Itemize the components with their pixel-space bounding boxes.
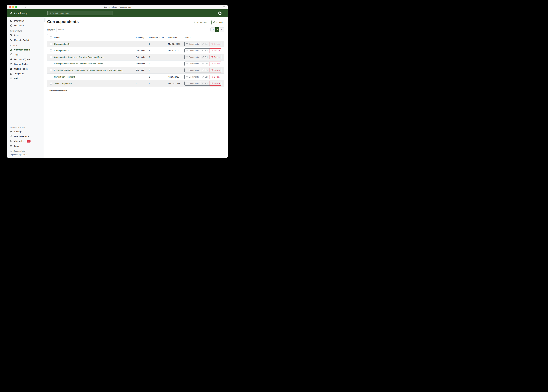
- search-icon: [49, 12, 51, 14]
- sidebar-item-label: Settings: [14, 130, 22, 133]
- brand[interactable]: Paperless-ngx: [10, 12, 29, 15]
- row-checkbox[interactable]: [50, 76, 52, 78]
- sidebar-item-correspondents[interactable]: Correspondents: [7, 47, 44, 52]
- edit-button[interactable]: Edit: [200, 55, 210, 59]
- search-input[interactable]: [52, 12, 111, 14]
- trash-icon: [211, 82, 213, 85]
- row-checkbox[interactable]: [50, 56, 52, 58]
- edit-button[interactable]: Edit: [200, 49, 210, 53]
- sidebar-item-templates[interactable]: Templates: [7, 71, 44, 76]
- tag-icon: [10, 53, 12, 56]
- sidebar-item-custom-fields[interactable]: Custom Fields: [7, 66, 44, 71]
- pencil-icon: [202, 76, 204, 78]
- row-checkbox[interactable]: [50, 82, 52, 84]
- filter-lines-icon: [186, 76, 188, 78]
- back-icon[interactable]: [20, 6, 22, 8]
- sidebar-item-label: Logs: [14, 145, 19, 147]
- sidebar-item-tags[interactable]: Tags: [7, 52, 44, 57]
- sidebar-collapse-button[interactable]: «: [44, 18, 45, 22]
- sidebar-item-storage-paths[interactable]: Storage Paths: [7, 62, 44, 66]
- documents-button[interactable]: Documents: [184, 55, 200, 59]
- sidebar-item-logs[interactable]: Logs: [7, 144, 44, 148]
- select-all-checkbox[interactable]: [50, 36, 52, 39]
- hash-icon: [10, 58, 12, 61]
- delete-button[interactable]: Delete: [209, 81, 221, 86]
- home-icon: [10, 20, 12, 22]
- permissions-button[interactable]: Permissions: [192, 20, 209, 25]
- row-checkbox[interactable]: [50, 49, 52, 52]
- documentation-link[interactable]: Documentation: [7, 148, 44, 153]
- row-checkbox[interactable]: [50, 63, 52, 65]
- filter-lines-icon: [186, 69, 188, 71]
- total-count: 7 total correspondents: [47, 90, 224, 92]
- sidebar-item-inbox[interactable]: Inbox: [7, 33, 44, 38]
- custom-fields-icon: [10, 68, 12, 70]
- correspondent-link[interactable]: Correspondent Created on List with Owner…: [54, 63, 103, 65]
- delete-button[interactable]: Delete: [209, 75, 221, 79]
- documents-button[interactable]: Documents: [184, 75, 200, 79]
- document-count-cell: 3: [149, 76, 168, 78]
- sidebar-item-label: Tags: [14, 53, 19, 56]
- matching-cell: -: [136, 82, 149, 84]
- correspondent-link[interactable]: Correspondent 9: [54, 49, 69, 52]
- create-button[interactable]: Create: [211, 20, 224, 25]
- pagination-last-button[interactable]: »: [219, 27, 224, 32]
- sidebar-item-label: Correspondents: [14, 49, 30, 51]
- row-checkbox[interactable]: [50, 69, 52, 71]
- edit-button[interactable]: Edit: [200, 62, 210, 66]
- documents-button[interactable]: Documents: [184, 81, 200, 86]
- table-row: Extremely Ridiculously Long Title for a …: [47, 67, 224, 73]
- correspondent-link[interactable]: Correspondent 14: [54, 43, 70, 45]
- edit-button[interactable]: Edit: [200, 81, 210, 86]
- matching-cell: -: [136, 76, 149, 78]
- sidebar-item-documents[interactable]: Documents: [7, 23, 44, 28]
- section-label-manage: MANAGE: [7, 42, 44, 47]
- pagination-first-button[interactable]: «: [210, 27, 215, 32]
- close-button[interactable]: [9, 6, 11, 8]
- sidebar-item-label: Users & Groups: [14, 135, 29, 138]
- documents-button[interactable]: Documents: [184, 49, 200, 53]
- edit-button[interactable]: Edit: [200, 75, 210, 79]
- sidebar-item-document-types[interactable]: Document Types: [7, 57, 44, 62]
- file-text-icon: [10, 72, 12, 75]
- filter-lines-icon: [186, 49, 188, 52]
- sidebar-item-settings[interactable]: Settings: [7, 129, 44, 134]
- plus-circle-icon: [213, 21, 215, 24]
- correspondent-link[interactable]: Test Correspondent 1: [54, 82, 73, 84]
- correspondent-link[interactable]: Newest Correspondent: [54, 76, 75, 78]
- sidebar-item-mail[interactable]: Mail: [7, 76, 44, 81]
- row-actions: DocumentsEditDelete: [184, 55, 221, 59]
- documents-button[interactable]: Documents: [184, 42, 200, 46]
- matching-cell: Automatic: [136, 56, 149, 58]
- row-checkbox[interactable]: [50, 43, 52, 45]
- user-menu[interactable]: [218, 11, 224, 15]
- permissions-label: Permissions: [196, 21, 208, 24]
- window-title: Correspondents - Paperless-ngx: [7, 6, 228, 8]
- correspondent-link[interactable]: Correspondent Created on Doc View Owner …: [54, 56, 104, 58]
- edit-button: Edit: [200, 42, 210, 46]
- correspondent-link[interactable]: Extremely Ridiculously Long Title for a …: [54, 69, 123, 71]
- delete-button[interactable]: Delete: [209, 55, 221, 59]
- delete-button[interactable]: Delete: [209, 49, 221, 53]
- row-actions: DocumentsEditDelete: [184, 49, 221, 53]
- sidebar-item-users-groups[interactable]: Users & Groups: [7, 134, 44, 139]
- leaf-icon: [10, 12, 13, 15]
- matching-cell: Automatic: [136, 69, 149, 71]
- text-lines-icon: [10, 145, 12, 147]
- documents-button[interactable]: Documents: [184, 68, 200, 72]
- forward-icon[interactable]: [25, 6, 27, 8]
- pagination-page-1[interactable]: 1: [215, 27, 220, 32]
- documentation-label: Documentation: [14, 150, 26, 152]
- zoom-button[interactable]: [15, 6, 17, 8]
- delete-button[interactable]: Delete: [209, 68, 221, 72]
- filter-name-input[interactable]: [57, 27, 208, 32]
- sidebar-item-recently-added[interactable]: Recently Added: [7, 38, 44, 42]
- share-icon[interactable]: [223, 6, 225, 8]
- minimize-button[interactable]: [12, 6, 14, 8]
- folder-icon: [10, 63, 12, 65]
- sidebar-item-dashboard[interactable]: Dashboard: [7, 18, 44, 23]
- sidebar-item-file-tasks[interactable]: File Tasks16: [7, 139, 44, 144]
- documents-button[interactable]: Documents: [184, 62, 200, 66]
- delete-button[interactable]: Delete: [209, 62, 221, 66]
- edit-button[interactable]: Edit: [200, 68, 210, 72]
